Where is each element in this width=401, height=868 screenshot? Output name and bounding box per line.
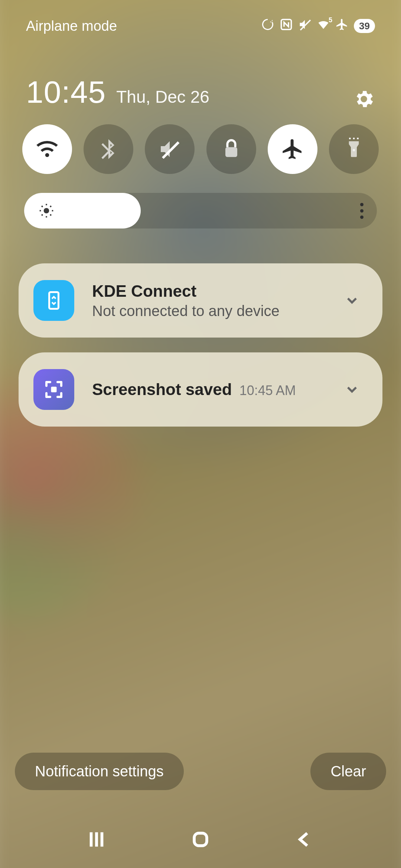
chevron-down-icon (344, 381, 360, 398)
svg-rect-22 (194, 833, 207, 846)
mute-icon (298, 18, 312, 34)
flashlight-icon (342, 137, 366, 161)
battery-indicator: 39 (354, 19, 375, 33)
sync-icon (261, 18, 274, 34)
wifi-icon: 5 (317, 18, 330, 34)
svg-rect-3 (225, 147, 237, 157)
svg-point-4 (353, 149, 355, 151)
nav-back[interactable] (294, 829, 315, 852)
nav-recents[interactable] (86, 829, 107, 852)
status-bar: Airplane mode 5 39 (0, 0, 401, 52)
toggle-flashlight[interactable] (329, 124, 379, 174)
mute-icon (158, 137, 182, 161)
expand-button[interactable] (344, 292, 360, 309)
notification-title: Screenshot saved (92, 380, 232, 399)
chevron-down-icon (344, 292, 360, 309)
nav-home[interactable] (190, 829, 211, 852)
lock-icon (219, 137, 243, 161)
home-icon (190, 829, 211, 850)
quick-toggles-row (22, 124, 379, 174)
kde-app-icon (33, 280, 74, 321)
nav-bar (0, 812, 401, 868)
expand-button[interactable] (344, 381, 360, 398)
svg-line-14 (50, 214, 51, 216)
clock-time: 10:45 (26, 74, 106, 110)
toggle-wifi[interactable] (22, 124, 72, 174)
status-left-label: Airplane mode (26, 18, 117, 34)
notification-subtitle: Not connected to any device (92, 303, 344, 319)
clock-date: Thu, Dec 26 (116, 87, 209, 107)
svg-line-15 (42, 214, 43, 216)
brightness-more-button[interactable] (360, 203, 363, 219)
recents-icon (86, 829, 107, 850)
toggle-bluetooth[interactable] (84, 124, 133, 174)
svg-rect-18 (51, 387, 57, 392)
toggle-mute[interactable] (145, 124, 195, 174)
notification-screenshot[interactable]: Screenshot saved 10:45 AM (19, 352, 382, 427)
gear-icon (353, 88, 375, 110)
svg-line-16 (50, 206, 51, 207)
airplane-icon (335, 18, 349, 34)
svg-point-8 (44, 208, 49, 214)
brightness-slider[interactable] (24, 193, 377, 228)
brightness-icon (38, 203, 55, 219)
shade-header: 10:45 Thu, Dec 26 (26, 74, 375, 110)
back-icon (294, 829, 315, 850)
toggle-airplane[interactable] (268, 124, 317, 174)
notification-settings-button[interactable]: Notification settings (15, 753, 184, 790)
svg-line-13 (42, 206, 43, 207)
nfc-icon (280, 18, 293, 34)
shade-footer: Notification settings Clear (15, 753, 386, 790)
airplane-icon (281, 137, 304, 161)
clear-button[interactable]: Clear (310, 753, 386, 790)
status-icons: 5 39 (261, 18, 375, 34)
bluetooth-icon (97, 137, 120, 161)
wifi-icon (35, 137, 59, 161)
screenshot-app-icon (33, 369, 74, 410)
settings-button[interactable] (353, 88, 375, 110)
toggle-rotation-lock[interactable] (206, 124, 256, 174)
notification-title: KDE Connect (92, 282, 344, 300)
notification-kde[interactable]: KDE Connect Not connected to any device (19, 263, 382, 338)
svg-rect-17 (49, 292, 59, 309)
notification-time: 10:45 AM (239, 383, 296, 398)
